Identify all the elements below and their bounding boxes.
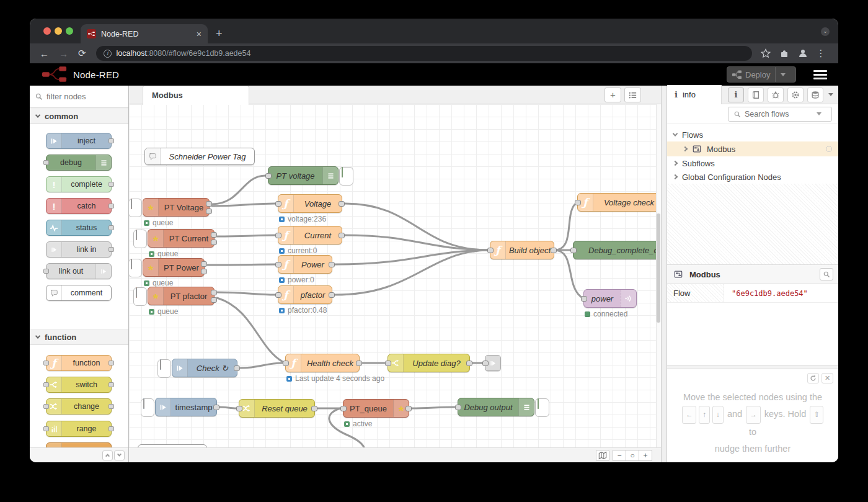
input-port[interactable] bbox=[236, 406, 242, 411]
input-port[interactable] bbox=[581, 296, 587, 302]
input-port[interactable] bbox=[275, 262, 281, 267]
inject-button[interactable] bbox=[141, 398, 154, 417]
input-port[interactable] bbox=[265, 173, 272, 179]
palette-search[interactable] bbox=[30, 86, 128, 108]
tip-refresh-button[interactable] bbox=[807, 373, 819, 383]
back-icon[interactable]: ← bbox=[40, 48, 49, 59]
input-port[interactable] bbox=[283, 361, 289, 366]
tree-item-flows[interactable]: Flows bbox=[667, 128, 838, 141]
output-port[interactable] bbox=[329, 262, 335, 267]
reload-icon[interactable]: ⟳ bbox=[78, 48, 86, 59]
clipped-node[interactable] bbox=[138, 444, 207, 447]
input-port[interactable] bbox=[275, 233, 281, 238]
function-node-voltage-check[interactable]: ƒ Voltage check bbox=[577, 193, 661, 212]
zoom-reset-button[interactable]: ○ bbox=[626, 450, 639, 461]
sidebar-tabs-caret-icon[interactable] bbox=[828, 93, 833, 96]
node-button[interactable] bbox=[133, 230, 147, 248]
debug-node-complete-object[interactable]: Debug_complete_ob bbox=[573, 241, 661, 259]
modbus-node-pt-power[interactable]: * PT Power queue bbox=[143, 258, 205, 277]
input-port[interactable] bbox=[575, 200, 581, 205]
debug-toggle-button[interactable] bbox=[535, 398, 549, 417]
palette-node-function[interactable]: ƒ function bbox=[46, 355, 112, 371]
modbus-node-pt-current[interactable]: * PT Current queue bbox=[148, 229, 215, 248]
input-port[interactable] bbox=[43, 160, 49, 165]
scrollbar-thumb[interactable] bbox=[657, 213, 660, 323]
info-tab-button[interactable]: i bbox=[728, 87, 744, 102]
output-port[interactable] bbox=[211, 290, 217, 295]
browser-tab[interactable]: Node-RED × bbox=[81, 24, 208, 43]
output-port[interactable] bbox=[206, 208, 212, 214]
inject-node-timestamp[interactable]: timestamp bbox=[155, 398, 217, 416]
output-port[interactable] bbox=[201, 261, 207, 267]
output-port[interactable] bbox=[211, 232, 217, 238]
workspace-tab-modbus[interactable]: Modbus bbox=[143, 86, 249, 105]
function-node-build-object[interactable]: ƒ Build object bbox=[490, 241, 554, 259]
palette-filter-input[interactable] bbox=[46, 92, 115, 101]
change-node-reset-queue[interactable]: Reset queue bbox=[239, 399, 315, 418]
traffic-light-minimize[interactable] bbox=[55, 27, 62, 35]
link-out-node[interactable] bbox=[485, 355, 501, 371]
canvas-scrollbar[interactable] bbox=[656, 104, 661, 447]
output-port[interactable] bbox=[234, 365, 240, 371]
extensions-puzzle-icon[interactable] bbox=[779, 48, 789, 58]
traffic-light-zoom[interactable] bbox=[66, 27, 73, 35]
context-db-button[interactable] bbox=[807, 87, 823, 102]
output-port[interactable] bbox=[108, 404, 114, 409]
debug-toggle-button[interactable] bbox=[339, 167, 353, 186]
navigator-map-button[interactable] bbox=[596, 450, 609, 461]
output-port[interactable] bbox=[211, 297, 217, 303]
palette-node-switch[interactable]: switch bbox=[46, 377, 112, 393]
palette-node-debug[interactable]: debug bbox=[46, 155, 112, 171]
output-port[interactable] bbox=[356, 361, 362, 366]
input-port[interactable] bbox=[43, 426, 49, 431]
input-port[interactable] bbox=[385, 361, 391, 366]
output-port[interactable] bbox=[206, 201, 212, 207]
palette-node-link-in[interactable]: link in bbox=[46, 241, 112, 258]
flow-focus-radio[interactable] bbox=[826, 146, 832, 152]
output-port[interactable] bbox=[108, 138, 114, 143]
output-port[interactable] bbox=[211, 240, 217, 245]
modbus-node-pt-queue[interactable]: PT_queue * active bbox=[343, 399, 409, 418]
tip-close-button[interactable]: ✕ bbox=[822, 373, 833, 383]
output-port[interactable] bbox=[108, 225, 114, 230]
input-port[interactable] bbox=[43, 269, 49, 274]
palette-node-range[interactable]: range bbox=[46, 421, 112, 437]
address-bar[interactable]: i localhost:8080/#flow/6e9c1db9.aede54 bbox=[96, 46, 752, 61]
traffic-light-close[interactable] bbox=[43, 27, 51, 35]
mqtt-node-power[interactable]: power connected bbox=[583, 289, 637, 308]
forward-icon[interactable]: → bbox=[59, 48, 68, 59]
config-gear-button[interactable] bbox=[787, 87, 804, 102]
tree-item-subflows[interactable]: Subflows bbox=[667, 156, 838, 170]
node-button[interactable] bbox=[133, 287, 147, 306]
new-tab-button[interactable]: + bbox=[216, 27, 223, 40]
output-port[interactable] bbox=[108, 361, 114, 365]
output-port[interactable] bbox=[201, 269, 207, 274]
expand-all-button[interactable] bbox=[114, 450, 125, 460]
output-port[interactable] bbox=[329, 292, 335, 298]
function-node-power[interactable]: ƒ Power power:0 bbox=[278, 255, 332, 274]
flow-list-button[interactable] bbox=[624, 87, 641, 102]
zoom-in-button[interactable]: + bbox=[639, 450, 652, 461]
output-port[interactable] bbox=[108, 182, 114, 187]
output-port[interactable] bbox=[108, 382, 114, 387]
comment-node-schneider-power-tag[interactable]: Schneider Power Tag bbox=[144, 148, 255, 165]
modbus-node-pt-voltage[interactable]: * PT Voltage queue bbox=[143, 198, 210, 217]
search-flows-box[interactable] bbox=[728, 107, 832, 122]
search-flows-input[interactable] bbox=[745, 110, 807, 119]
input-port[interactable] bbox=[43, 404, 49, 409]
output-port[interactable] bbox=[339, 201, 345, 207]
input-port[interactable] bbox=[340, 406, 347, 411]
debug-bug-button[interactable] bbox=[768, 87, 784, 102]
deploy-caret-icon[interactable] bbox=[781, 73, 786, 76]
debug-node-output[interactable]: Debug output bbox=[458, 398, 534, 416]
input-port[interactable] bbox=[275, 201, 281, 207]
function-node-pfactor[interactable]: ƒ pfactor pfactor:0.48 bbox=[278, 285, 332, 304]
collapse-all-button[interactable] bbox=[102, 450, 113, 460]
bookmark-star-icon[interactable] bbox=[761, 48, 771, 58]
palette-node-change[interactable]: change bbox=[46, 398, 112, 415]
sidebar-tab-info[interactable]: i info bbox=[667, 85, 722, 104]
flow-canvas[interactable]: Schneider Power Tag PT voltage bbox=[129, 104, 661, 447]
input-port[interactable] bbox=[275, 292, 281, 298]
output-port[interactable] bbox=[339, 233, 345, 238]
site-info-icon[interactable]: i bbox=[104, 50, 112, 58]
